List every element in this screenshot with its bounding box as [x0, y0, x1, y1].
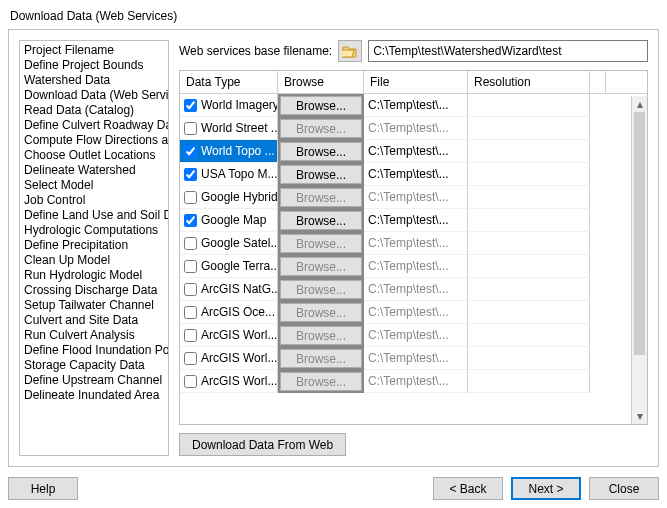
- data-type-cell[interactable]: Google Map: [180, 209, 278, 232]
- data-type-cell[interactable]: ArcGIS NatG...: [180, 278, 278, 301]
- row-checkbox[interactable]: [184, 306, 197, 319]
- file-cell[interactable]: C:\Temp\test\...: [364, 186, 468, 209]
- row-checkbox[interactable]: [184, 145, 197, 158]
- row-checkbox[interactable]: [184, 214, 197, 227]
- data-type-cell[interactable]: Google Satel...: [180, 232, 278, 255]
- browse-folder-button[interactable]: [338, 40, 362, 62]
- file-cell[interactable]: C:\Temp\test\...: [364, 370, 468, 393]
- nav-item[interactable]: Select Model: [20, 178, 168, 193]
- next-button[interactable]: Next >: [511, 477, 581, 500]
- row-checkbox[interactable]: [184, 191, 197, 204]
- header-resolution[interactable]: Resolution: [468, 71, 590, 93]
- browse-button[interactable]: Browse...: [280, 96, 362, 115]
- scroll-down-icon[interactable]: ▾: [632, 408, 647, 424]
- browse-button[interactable]: Browse...: [280, 280, 362, 299]
- nav-item[interactable]: Clean Up Model: [20, 253, 168, 268]
- resolution-cell[interactable]: [468, 347, 590, 370]
- nav-item[interactable]: Delineate Watershed: [20, 163, 168, 178]
- browse-button[interactable]: Browse...: [280, 142, 362, 161]
- browse-button[interactable]: Browse...: [280, 372, 362, 391]
- row-checkbox[interactable]: [184, 352, 197, 365]
- resolution-cell[interactable]: [468, 232, 590, 255]
- scroll-up-icon[interactable]: ▴: [632, 96, 647, 112]
- resolution-cell[interactable]: [468, 301, 590, 324]
- row-checkbox[interactable]: [184, 260, 197, 273]
- data-type-cell[interactable]: World Topo ...: [180, 140, 278, 163]
- nav-item[interactable]: Read Data (Catalog): [20, 103, 168, 118]
- row-checkbox[interactable]: [184, 99, 197, 112]
- vertical-scrollbar[interactable]: ▴ ▾: [631, 96, 647, 424]
- file-cell[interactable]: C:\Temp\test\...: [364, 232, 468, 255]
- nav-item[interactable]: Project Filename: [20, 43, 168, 58]
- file-cell[interactable]: C:\Temp\test\...: [364, 117, 468, 140]
- resolution-cell[interactable]: [468, 278, 590, 301]
- resolution-cell[interactable]: [468, 255, 590, 278]
- data-type-cell[interactable]: World Imagery: [180, 94, 278, 117]
- nav-item[interactable]: Define Flood Inundation Polygons: [20, 343, 168, 358]
- data-type-cell[interactable]: Google Terra...: [180, 255, 278, 278]
- file-cell[interactable]: C:\Temp\test\...: [364, 278, 468, 301]
- row-checkbox[interactable]: [184, 237, 197, 250]
- file-cell[interactable]: C:\Temp\test\...: [364, 140, 468, 163]
- nav-item[interactable]: Hydrologic Computations: [20, 223, 168, 238]
- browse-button[interactable]: Browse...: [280, 188, 362, 207]
- row-checkbox[interactable]: [184, 168, 197, 181]
- data-type-cell[interactable]: Google Hybrid: [180, 186, 278, 209]
- browse-button[interactable]: Browse...: [280, 257, 362, 276]
- resolution-cell[interactable]: [468, 117, 590, 140]
- nav-item[interactable]: Run Culvert Analysis: [20, 328, 168, 343]
- browse-button[interactable]: Browse...: [280, 349, 362, 368]
- row-checkbox[interactable]: [184, 375, 197, 388]
- nav-item[interactable]: Culvert and Site Data: [20, 313, 168, 328]
- data-type-cell[interactable]: ArcGIS Worl...: [180, 324, 278, 347]
- file-cell[interactable]: C:\Temp\test\...: [364, 301, 468, 324]
- file-cell[interactable]: C:\Temp\test\...: [364, 324, 468, 347]
- data-type-cell[interactable]: ArcGIS Worl...: [180, 370, 278, 393]
- nav-item[interactable]: Define Land Use and Soil Data: [20, 208, 168, 223]
- nav-item[interactable]: Run Hydrologic Model: [20, 268, 168, 283]
- browse-button[interactable]: Browse...: [280, 303, 362, 322]
- header-file[interactable]: File: [364, 71, 468, 93]
- browse-button[interactable]: Browse...: [280, 119, 362, 138]
- nav-item[interactable]: Crossing Discharge Data: [20, 283, 168, 298]
- data-type-cell[interactable]: USA Topo M...: [180, 163, 278, 186]
- scroll-thumb[interactable]: [634, 112, 645, 355]
- download-data-button[interactable]: Download Data From Web: [179, 433, 346, 456]
- wizard-steps-list[interactable]: Project FilenameDefine Project BoundsWat…: [19, 40, 169, 456]
- file-cell[interactable]: C:\Temp\test\...: [364, 209, 468, 232]
- browse-button[interactable]: Browse...: [280, 211, 362, 230]
- filename-input[interactable]: [368, 40, 648, 62]
- back-button[interactable]: < Back: [433, 477, 503, 500]
- row-checkbox[interactable]: [184, 283, 197, 296]
- file-cell[interactable]: C:\Temp\test\...: [364, 255, 468, 278]
- data-type-cell[interactable]: World Street ...: [180, 117, 278, 140]
- nav-item[interactable]: Define Precipitation: [20, 238, 168, 253]
- row-checkbox[interactable]: [184, 122, 197, 135]
- header-browse[interactable]: Browse: [278, 71, 364, 93]
- row-checkbox[interactable]: [184, 329, 197, 342]
- nav-item[interactable]: Compute Flow Directions and: [20, 133, 168, 148]
- nav-item[interactable]: Job Control: [20, 193, 168, 208]
- resolution-cell[interactable]: [468, 140, 590, 163]
- resolution-cell[interactable]: [468, 163, 590, 186]
- resolution-cell[interactable]: [468, 186, 590, 209]
- close-button[interactable]: Close: [589, 477, 659, 500]
- file-cell[interactable]: C:\Temp\test\...: [364, 163, 468, 186]
- file-cell[interactable]: C:\Temp\test\...: [364, 94, 468, 117]
- browse-button[interactable]: Browse...: [280, 165, 362, 184]
- browse-button[interactable]: Browse...: [280, 234, 362, 253]
- nav-item[interactable]: Storage Capacity Data: [20, 358, 168, 373]
- nav-item[interactable]: Choose Outlet Locations: [20, 148, 168, 163]
- nav-item[interactable]: Delineate Inundated Area: [20, 388, 168, 403]
- resolution-cell[interactable]: [468, 370, 590, 393]
- resolution-cell[interactable]: [468, 94, 590, 117]
- nav-item[interactable]: Define Upstream Channel: [20, 373, 168, 388]
- nav-item[interactable]: Define Project Bounds: [20, 58, 168, 73]
- help-button[interactable]: Help: [8, 477, 78, 500]
- nav-item[interactable]: Download Data (Web Services): [20, 88, 168, 103]
- nav-item[interactable]: Define Culvert Roadway Data: [20, 118, 168, 133]
- resolution-cell[interactable]: [468, 209, 590, 232]
- file-cell[interactable]: C:\Temp\test\...: [364, 347, 468, 370]
- data-type-cell[interactable]: ArcGIS Worl...: [180, 347, 278, 370]
- browse-button[interactable]: Browse...: [280, 326, 362, 345]
